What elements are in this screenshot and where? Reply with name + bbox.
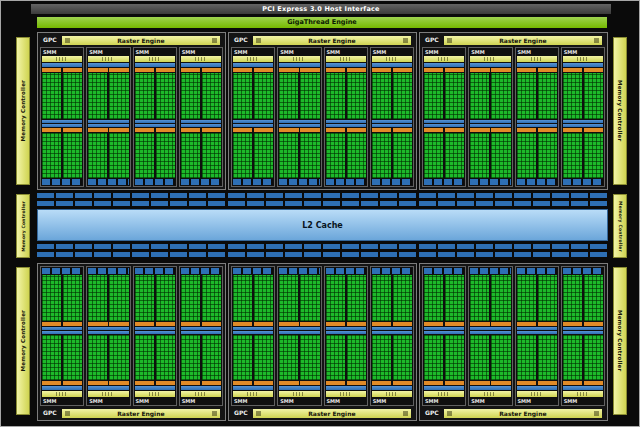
register-file-bar	[470, 120, 510, 123]
gpc-label: GPC	[40, 408, 60, 418]
gpc-header: GPCRaster Engine	[422, 35, 605, 45]
shared-memory-bar	[135, 327, 175, 330]
rop-group	[228, 244, 417, 257]
texture-units-bar	[563, 179, 603, 185]
smm-header: SMM	[563, 398, 603, 404]
instruction-buffer-bar	[326, 63, 366, 67]
polymorph-engine-bar	[181, 56, 221, 62]
polymorph-engine-bar	[326, 391, 366, 397]
core-grid-right-half	[584, 73, 603, 119]
core-grid-right-half	[445, 335, 464, 381]
smm-unit: SMM	[40, 266, 84, 406]
instruction-buffer-bar	[233, 63, 273, 67]
smm-header: SMM	[372, 398, 412, 404]
texture-units-bar	[42, 179, 82, 185]
shared-memory-bar	[424, 327, 464, 330]
core-grid-right-half	[347, 73, 366, 119]
core-grid-left-half	[470, 335, 489, 381]
register-file-bar	[42, 120, 82, 123]
processing-block	[233, 68, 273, 119]
core-grid	[42, 133, 82, 179]
smm-unit: SMM	[468, 266, 512, 406]
core-grid-right-half	[445, 275, 464, 321]
smm-label: SMM	[279, 49, 294, 55]
instruction-buffer-bar	[424, 386, 464, 390]
core-grid	[181, 73, 221, 119]
smm-unit: SMM	[324, 47, 368, 187]
texture-units-bar	[88, 268, 128, 274]
shared-memory-bar	[563, 124, 603, 127]
smm-unit: SMM	[179, 266, 223, 406]
shared-memory-bar	[181, 124, 221, 127]
smm-header: SMM	[233, 49, 273, 55]
shared-memory-bar	[563, 327, 603, 330]
instruction-buffer-bar	[517, 386, 557, 390]
smm-unit: SMM	[40, 47, 84, 187]
rop-group	[228, 193, 417, 206]
core-grid-left-half	[42, 275, 61, 321]
core-grid-left-half	[470, 133, 489, 179]
core-grid-left-half	[372, 275, 391, 321]
processing-block	[326, 68, 366, 119]
smm-header: SMM	[470, 49, 510, 55]
smm-header: SMM	[181, 398, 221, 404]
memory-controller-right-top: Memory Controller	[613, 37, 627, 185]
core-grid	[135, 275, 175, 321]
instruction-buffer-bar	[326, 386, 366, 390]
instruction-buffer-bar	[517, 63, 557, 67]
core-grid	[42, 73, 82, 119]
core-grid-right-half	[491, 73, 510, 119]
core-grid	[181, 275, 221, 321]
core-grid-right-half	[300, 133, 319, 179]
smm-unit: SMM	[561, 47, 605, 187]
core-grid	[279, 335, 319, 381]
processing-block	[470, 68, 510, 119]
smm-unit: SMM	[277, 47, 321, 187]
rop-segment-row	[37, 252, 226, 257]
core-grid-right-half	[254, 73, 273, 119]
processing-block	[42, 68, 82, 119]
core-grid	[42, 275, 82, 321]
smm-header: SMM	[233, 398, 273, 404]
warp-scheduler-bar	[181, 128, 221, 132]
polymorph-engine-bar	[42, 391, 82, 397]
smm-header: SMM	[88, 398, 128, 404]
texture-units-bar	[372, 179, 412, 185]
register-file-bar	[135, 331, 175, 334]
smm-unit: SMM	[422, 47, 466, 187]
smm-header: SMM	[135, 49, 175, 55]
core-grid	[135, 73, 175, 119]
core-grid-left-half	[135, 335, 154, 381]
processing-block	[517, 128, 557, 179]
core-grid	[279, 133, 319, 179]
processing-block	[563, 68, 603, 119]
smm-unit: SMM	[515, 266, 559, 406]
shared-memory-bar	[42, 327, 82, 330]
smm-label: SMM	[372, 398, 387, 404]
core-grid-left-half	[372, 335, 391, 381]
processing-block	[233, 275, 273, 326]
texture-units-bar	[470, 179, 510, 185]
shared-memory-bar	[135, 124, 175, 127]
instruction-buffer-bar	[563, 386, 603, 390]
core-grid-right-half	[156, 73, 175, 119]
core-grid-left-half	[279, 275, 298, 321]
processing-block	[135, 128, 175, 179]
l2-cache-bar: L2 Cache	[37, 209, 608, 241]
register-file-bar	[135, 120, 175, 123]
register-file-bar	[517, 120, 557, 123]
gpc-block: GPCRaster EngineSMMSMMSMMSMM	[419, 263, 608, 421]
processing-block	[372, 275, 412, 326]
instruction-buffer-bar	[470, 63, 510, 67]
core-grid-left-half	[135, 133, 154, 179]
processing-block	[279, 68, 319, 119]
core-grid	[233, 73, 273, 119]
smm-header: SMM	[279, 398, 319, 404]
smm-row: SMMSMMSMMSMM	[422, 266, 605, 406]
texture-units-bar	[181, 268, 221, 274]
core-grid-right-half	[156, 133, 175, 179]
core-grid-left-half	[326, 335, 345, 381]
core-grid-right-half	[347, 335, 366, 381]
warp-scheduler-bar	[563, 381, 603, 385]
register-file-bar	[424, 120, 464, 123]
